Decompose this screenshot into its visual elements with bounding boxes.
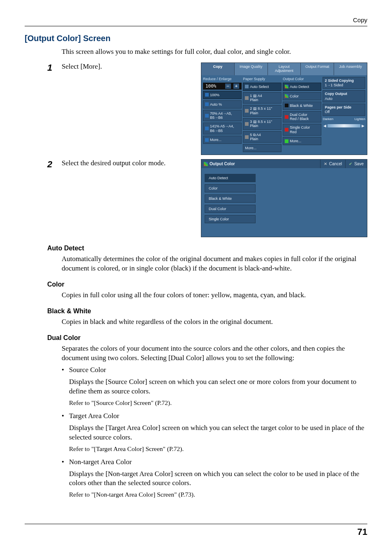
side-copy-output[interactable]: Copy Output Auto xyxy=(323,90,365,102)
body-dual: Separates the colors of your document in… xyxy=(62,344,367,363)
reduce-opt-100[interactable]: 100% xyxy=(203,91,242,99)
ref-non-target-area-color: Refer to "[Non-target Area Color] Screen… xyxy=(69,490,367,499)
step-1-row: 1 Select [More]. Copy Image Quality Layo… xyxy=(25,62,367,155)
paper-opt-2[interactable]: 2 ▤ 8.5 x 11" Plain xyxy=(243,105,281,117)
side-pages-per-side[interactable]: Pages per Side Off xyxy=(323,104,365,116)
tab-layout-adjustment[interactable]: Layout Adjustment xyxy=(268,63,301,75)
dialog-opt-dual[interactable]: Dual Color xyxy=(205,205,256,213)
output-opt-color[interactable]: Color xyxy=(283,92,321,100)
running-header: Copy xyxy=(25,16,367,23)
subhead-auto-detect: Auto Detect xyxy=(47,245,367,252)
side-two-sided[interactable]: 2 Sided Copying 1→1 Sided xyxy=(323,77,365,89)
body-auto-detect: Automatically determines the color of th… xyxy=(62,254,367,273)
dialog-opt-color[interactable]: Color xyxy=(205,184,256,192)
reduce-opt-141[interactable]: 141% A5→A4, B6→B5 xyxy=(203,123,242,134)
step-number-2: 2 xyxy=(47,159,62,170)
tab-image-quality[interactable]: Image Quality xyxy=(235,63,268,75)
output-opt-auto[interactable]: Auto Detect xyxy=(283,83,321,91)
subhead-dual: Dual Color xyxy=(47,334,367,342)
page-number: 71 xyxy=(25,527,367,537)
step-2-row: 2 Select the desired output color mode. … xyxy=(25,159,367,237)
dialog-title-icon xyxy=(204,162,208,166)
step-text-1: Select [More]. xyxy=(62,62,102,71)
cancel-button[interactable]: Cancel xyxy=(320,160,345,168)
tab-copy[interactable]: Copy xyxy=(201,63,235,75)
output-opt-more[interactable]: More... xyxy=(283,137,321,145)
lighten-label: Lighten xyxy=(355,117,365,121)
step-text-2: Select the desired output color mode. xyxy=(62,159,166,167)
desc-target-area-color: Displays the [Target Area Color] screen … xyxy=(69,423,367,442)
footer-rule xyxy=(25,524,367,524)
desc-source-color: Displays the [Source Color] screen on wh… xyxy=(69,377,367,396)
tab-output-format[interactable]: Output Format xyxy=(301,63,334,75)
output-opt-dual[interactable]: Dual Color Red / Black xyxy=(283,111,321,123)
body-color: Copies in full color using all the four … xyxy=(62,291,367,300)
subhead-bw: Black & White xyxy=(47,308,367,315)
paper-opt-3[interactable]: 3 ▤ 8.5 x 11" Plain xyxy=(243,118,281,130)
dialog-opt-single[interactable]: Single Color xyxy=(205,215,256,223)
zoom-value-display: 100% − + xyxy=(203,83,242,90)
col-head-output: Output Color xyxy=(283,77,321,81)
col-head-paper: Paper Supply xyxy=(243,77,281,81)
section-title: [Output Color] Screen xyxy=(25,34,367,43)
paper-opt-auto[interactable]: Auto Select xyxy=(243,83,281,91)
reduce-opt-auto[interactable]: Auto % xyxy=(203,100,242,109)
col-head-reduce: Reduce / Enlarge xyxy=(203,77,242,81)
paper-opt-more[interactable]: More... xyxy=(243,144,281,152)
bullet-source-color: •Source Color xyxy=(62,365,367,375)
output-opt-single[interactable]: Single Color Red xyxy=(283,124,321,136)
section-intro: This screen allows you to make settings … xyxy=(62,47,367,57)
save-button[interactable]: Save xyxy=(345,160,367,168)
bullet-non-target-area-color: •Non-target Area Color xyxy=(62,458,367,467)
figure-output-color-dialog: Output Color Cancel Save Auto Detect Col… xyxy=(201,159,367,237)
ref-source-color: Refer to "[Source Color] Screen" (P.72). xyxy=(69,399,367,407)
darken-label: Darken xyxy=(323,117,333,121)
dialog-title: Output Color xyxy=(201,160,320,168)
paper-opt-5[interactable]: 5 ⧉ A4 Plain xyxy=(243,131,281,143)
reduce-opt-70[interactable]: 70% A4→A5, B5→B6 xyxy=(203,110,242,122)
reduce-opt-more[interactable]: More... xyxy=(203,136,242,144)
header-rule xyxy=(25,26,367,26)
tab-job-assembly[interactable]: Job Assembly xyxy=(334,63,367,75)
subhead-color: Color xyxy=(47,281,367,288)
dialog-opt-auto-detect[interactable]: Auto Detect xyxy=(205,174,256,182)
output-opt-bw[interactable]: Black & White xyxy=(283,102,321,110)
zoom-plus[interactable]: + xyxy=(233,83,239,89)
figure-copy-screen: Copy Image Quality Layout Adjustment Out… xyxy=(201,62,367,155)
paper-opt-1[interactable]: 1 ▤ A4 Plain xyxy=(243,92,281,104)
bullet-target-area-color: •Target Area Color xyxy=(62,412,367,421)
darken-lighten-slider[interactable]: ◀ ▶ xyxy=(323,124,365,128)
body-bw: Copies in black and white regardless of … xyxy=(62,317,367,327)
slider-right-arrow[interactable]: ▶ xyxy=(361,124,365,128)
slider-left-arrow[interactable]: ◀ xyxy=(323,124,327,128)
zoom-value: 100% xyxy=(205,83,217,89)
ref-target-area-color: Refer to "[Target Area Color] Screen" (P… xyxy=(69,445,367,453)
step-number-1: 1 xyxy=(47,62,62,73)
zoom-minus[interactable]: − xyxy=(225,83,231,89)
dialog-opt-bw[interactable]: Black & White xyxy=(205,194,256,203)
desc-non-target-area-color: Displays the [Non-target Area Color] scr… xyxy=(69,469,367,488)
